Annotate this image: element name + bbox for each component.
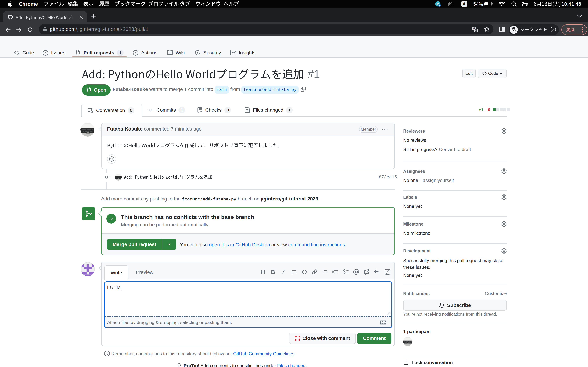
- svg-text:i: i: [439, 4, 440, 7]
